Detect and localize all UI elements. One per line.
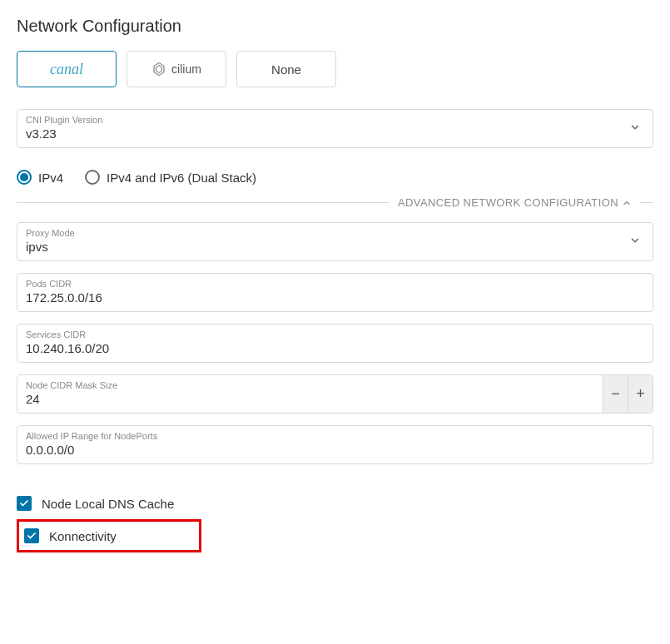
- proxy-mode-value[interactable]: [17, 223, 653, 260]
- checkbox-node-local-dns[interactable]: Node Local DNS Cache: [17, 493, 653, 514]
- svg-marker-0: [154, 63, 164, 76]
- advanced-config-toggle[interactable]: ADVANCED NETWORK CONFIGURATION: [390, 196, 640, 209]
- node-cidr-mask-stepper: Node CIDR Mask Size − +: [17, 374, 653, 414]
- allowed-ip-range-field[interactable]: Allowed IP Range for NodePorts: [17, 425, 653, 464]
- radio-ipv4[interactable]: IPv4: [17, 170, 63, 185]
- node-cidr-mask-label: Node CIDR Mask Size: [26, 380, 117, 390]
- canal-logo: canal: [50, 61, 83, 78]
- cni-plugin-version-select[interactable]: CNI Plugin Version: [17, 109, 653, 148]
- cni-plugin-version-label: CNI Plugin Version: [26, 115, 102, 125]
- checkbox-konnectivity-label: Konnectivity: [49, 529, 117, 543]
- ip-mode-radio-group: IPv4 IPv4 and IPv6 (Dual Stack): [17, 170, 653, 185]
- proxy-mode-label: Proxy Mode: [26, 228, 75, 238]
- cilium-label: cilium: [171, 62, 201, 76]
- konnectivity-highlight: Konnectivity: [17, 519, 201, 552]
- advanced-config-divider: ADVANCED NETWORK CONFIGURATION: [17, 196, 653, 209]
- checkbox-node-local-dns-label: Node Local DNS Cache: [42, 497, 174, 511]
- cni-plugin-version-value[interactable]: [17, 110, 653, 147]
- checkbox-icon-checked: [24, 528, 39, 543]
- stepper-increment-button[interactable]: +: [628, 375, 653, 413]
- checkbox-konnectivity[interactable]: Konnectivity: [24, 525, 194, 547]
- cilium-icon: [151, 62, 166, 77]
- radio-dual-stack[interactable]: IPv4 and IPv6 (Dual Stack): [85, 170, 256, 185]
- radio-ipv4-label: IPv4: [38, 171, 63, 185]
- cni-option-none[interactable]: None: [236, 51, 336, 87]
- cni-option-canal[interactable]: canal: [17, 51, 117, 87]
- pods-cidr-field[interactable]: Pods CIDR: [17, 273, 653, 312]
- radio-icon-checked: [17, 170, 32, 185]
- pods-cidr-label: Pods CIDR: [26, 279, 72, 289]
- advanced-config-label: ADVANCED NETWORK CONFIGURATION: [398, 196, 618, 209]
- services-cidr-field[interactable]: Services CIDR: [17, 324, 653, 363]
- services-cidr-input[interactable]: [17, 324, 653, 362]
- proxy-mode-select[interactable]: Proxy Mode: [17, 222, 653, 261]
- cni-option-cilium[interactable]: cilium: [127, 51, 226, 87]
- svg-marker-1: [156, 66, 162, 73]
- checkbox-icon-checked: [17, 496, 32, 511]
- services-cidr-label: Services CIDR: [26, 329, 86, 339]
- chevron-up-icon: [622, 198, 632, 208]
- radio-dual-label: IPv4 and IPv6 (Dual Stack): [107, 171, 256, 185]
- cilium-logo: cilium: [151, 62, 201, 77]
- stepper-decrement-button[interactable]: −: [603, 375, 628, 413]
- allowed-ip-range-label: Allowed IP Range for NodePorts: [26, 431, 157, 441]
- page-title: Network Configuration: [17, 17, 653, 36]
- cni-option-group: canal cilium None: [17, 51, 653, 87]
- none-label: None: [271, 62, 301, 77]
- radio-icon-unchecked: [85, 170, 100, 185]
- pods-cidr-input[interactable]: [17, 274, 653, 311]
